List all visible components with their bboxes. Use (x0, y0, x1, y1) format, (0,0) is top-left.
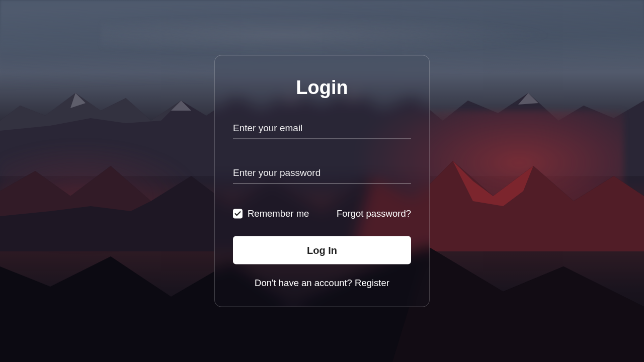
remember-me-label: Remember me (248, 208, 309, 219)
options-row: Remember me Forgot password? (233, 208, 411, 219)
forgot-password-link[interactable]: Forgot password? (337, 208, 411, 219)
remember-me-checkbox[interactable]: Remember me (233, 208, 309, 219)
password-field[interactable] (233, 163, 411, 184)
login-card: Login Remember me Forgot password? Log I… (214, 55, 430, 307)
password-field-wrap (233, 163, 411, 184)
card-title: Login (233, 77, 411, 99)
email-field-wrap (233, 119, 411, 139)
register-prompt: Don't have an account? Register (233, 278, 411, 289)
register-prompt-text: Don't have an account? (255, 278, 355, 288)
email-field[interactable] (233, 119, 411, 139)
checkbox-icon (233, 209, 243, 218)
login-button[interactable]: Log In (233, 236, 411, 264)
register-link[interactable]: Register (355, 278, 389, 288)
